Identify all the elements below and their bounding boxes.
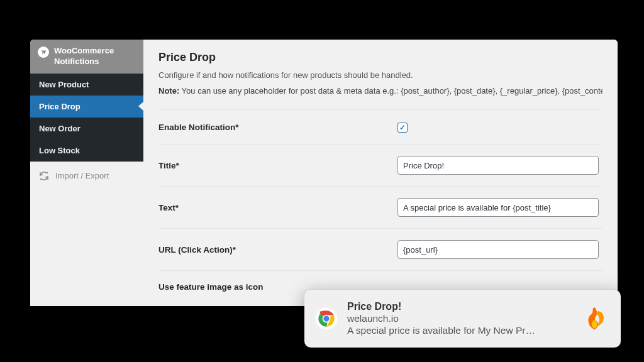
enable-notification-checkbox[interactable]: ✓ bbox=[397, 123, 408, 133]
sidebar-item-new-order[interactable]: New Order bbox=[30, 118, 143, 140]
chrome-icon bbox=[314, 307, 338, 331]
page-title: Price Drop bbox=[158, 51, 602, 64]
enable-notification-label: Enable Notification* bbox=[158, 123, 397, 132]
toast-body: Price Drop! welaunch.io A special price … bbox=[347, 301, 573, 336]
sidebar-item-low-stock[interactable]: Low Stock bbox=[30, 140, 143, 162]
page-description: Configure if and how notifications for n… bbox=[158, 70, 602, 80]
toast-title: Price Drop! bbox=[347, 301, 573, 312]
sidebar-item-label: Low Stock bbox=[39, 146, 80, 155]
cart-icon bbox=[38, 47, 49, 58]
page-note: Note: You can use any placeholder for po… bbox=[158, 86, 602, 96]
sidebar-item-new-product[interactable]: New Product bbox=[30, 74, 143, 96]
sidebar-item-label: New Product bbox=[39, 80, 89, 89]
row-text: Text* bbox=[158, 186, 602, 228]
title-label: Title* bbox=[158, 161, 397, 170]
text-input[interactable] bbox=[397, 198, 599, 217]
refresh-icon bbox=[39, 171, 49, 181]
text-label: Text* bbox=[158, 203, 397, 212]
row-url: URL (Click Action)* bbox=[158, 228, 602, 270]
sidebar-import-export[interactable]: Import / Export bbox=[30, 162, 143, 190]
title-input[interactable] bbox=[397, 156, 599, 175]
sidebar-header: WooCommerce Notifictions bbox=[30, 40, 143, 74]
row-title: Title* bbox=[158, 144, 602, 186]
url-label: URL (Click Action)* bbox=[158, 245, 397, 255]
note-text: You can use any placeholder for post dat… bbox=[179, 86, 602, 96]
import-export-label: Import / Export bbox=[55, 171, 109, 180]
note-prefix: Note: bbox=[158, 86, 179, 96]
main-panel: Price Drop Configure if and how notifica… bbox=[143, 40, 618, 306]
sidebar-header-label: WooCommerce Notifictions bbox=[54, 46, 136, 67]
sidebar-item-price-drop[interactable]: Price Drop bbox=[30, 96, 143, 118]
sidebar-item-label: New Order bbox=[39, 124, 80, 133]
app-window: WooCommerce Notifictions New Product Pri… bbox=[30, 40, 618, 306]
fire-icon bbox=[582, 305, 608, 332]
sidebar: WooCommerce Notifictions New Product Pri… bbox=[30, 40, 143, 306]
url-input[interactable] bbox=[397, 240, 599, 259]
toast-text: A special price is available for My New … bbox=[347, 325, 573, 336]
row-enable-notification: Enable Notification* ✓ bbox=[158, 109, 602, 144]
toast-host: welaunch.io bbox=[347, 313, 573, 324]
sidebar-item-label: Price Drop bbox=[39, 102, 80, 111]
notification-toast[interactable]: Price Drop! welaunch.io A special price … bbox=[304, 290, 621, 348]
